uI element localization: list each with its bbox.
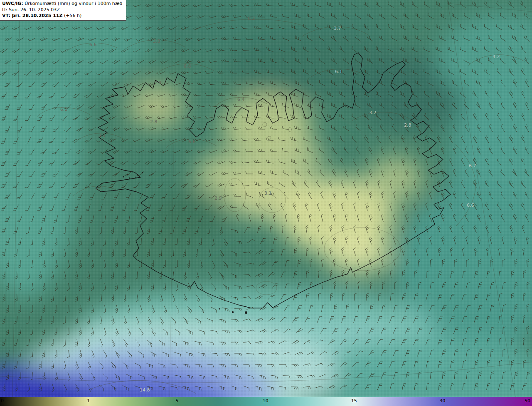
contour-label: 4.2: [493, 54, 500, 59]
contour-label: 3.1: [264, 191, 272, 196]
contour-label: 6.6: [188, 139, 196, 144]
contour-label: 2.8: [404, 122, 411, 128]
colorbar-tick: 30: [440, 398, 446, 404]
model-grid-texture: [0, 0, 532, 397]
contour-label: 3.3: [98, 133, 106, 138]
colorbar-tick: 1: [87, 398, 90, 404]
colorbar-tick: 10: [263, 398, 268, 404]
contour-label: 3.4: [95, 186, 102, 191]
contour-label: 6.2: [248, 16, 255, 21]
colorbar-tick: 15: [351, 398, 357, 404]
contour-label: 3.8: [153, 39, 160, 44]
contour-label: 3.2: [369, 110, 377, 115]
weather-map: 6.23.73.86.66.66.14.22.96.46.23.22.82.83…: [0, 0, 532, 397]
contour-label: 6.6: [467, 203, 474, 208]
valid-time-line: VT: þri. 28.10.2025 11Z (+56 h): [2, 13, 122, 19]
contour-label: 2.8: [150, 119, 158, 125]
title-box: UWC/IG: Úrkomumætti (mm) og vindur i 100…: [0, 0, 126, 21]
model-name: UWC/IG:: [2, 1, 23, 6]
title-product: Úrkomumætti (mm) og vindur i 100m hæð: [23, 1, 123, 6]
weather-map-app: 6.23.73.86.66.66.14.22.96.46.23.22.82.83…: [0, 0, 532, 406]
valid-time: VT: þri. 28.10.2025 11Z: [2, 13, 62, 18]
contour-label: 6.2: [60, 107, 68, 112]
contour-label: 6.4: [237, 97, 245, 102]
colorbar-tick: 50: [525, 398, 530, 404]
init-time: IT: Sun. 26. 10. 2025 03Z: [2, 7, 122, 13]
contour-label: 3.7: [334, 26, 341, 31]
contour-label: 2.9: [214, 196, 222, 201]
colorbar-tick: 5: [175, 398, 178, 404]
lead-time: (+56 h): [62, 13, 81, 18]
contour-label: 6.7: [469, 163, 476, 169]
contour-label: 14.8: [140, 387, 150, 393]
colorbar-tick: 0: [1, 398, 4, 404]
contour-label: 6.6: [89, 42, 97, 47]
colorbar-wrap: 01510153050: [0, 397, 532, 406]
title-line-model: UWC/IG: Úrkomumætti (mm) og vindur i 100…: [2, 1, 122, 7]
contour-label: 6.1: [335, 69, 342, 74]
contour-label: 6.6: [184, 64, 191, 69]
contour-label: 2.9: [154, 80, 162, 86]
